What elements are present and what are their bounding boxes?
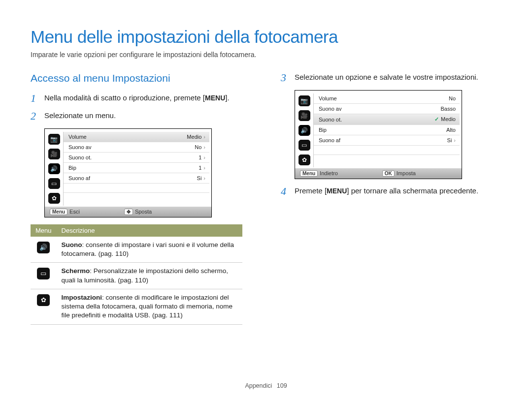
ui2-row: Volume No — [314, 93, 460, 104]
section-title: Accesso al menu Impostazioni — [31, 72, 251, 84]
step-number: 4 — [281, 186, 290, 197]
ui2-footer-left-btn: Menu — [300, 170, 318, 177]
ui2-sidebar: 📷 🎥 🔊 ▭ ✿ — [295, 93, 314, 167]
def-row-title: Impostazioni — [62, 294, 102, 301]
step-3: 3 Selezionate un opzione e salvate le vo… — [281, 72, 501, 83]
menu-label: MENU — [327, 187, 347, 194]
step-2-text: Selezionate un menu. — [44, 111, 116, 121]
step-4-text-b: per tornare alla schermata precedente. — [351, 186, 478, 195]
ui1-footer-left: Esci — [69, 209, 80, 215]
ui2-footer-left: Indietro — [320, 170, 338, 176]
ui1-list: Volume Medio› Suono av No› Suono ot. 1› … — [64, 132, 211, 206]
ui2-row-value: Medio — [441, 116, 456, 122]
gear-icon: ✿ — [37, 294, 50, 306]
ui1-empty-row — [64, 184, 209, 193]
video-icon: 🎥 — [299, 110, 310, 121]
ui-screenshot-1: 📷 🎥 🔊 ▭ ✿ Volume Medio› Suono av No› — [44, 128, 212, 217]
ui1-footer-right: Sposta — [135, 209, 152, 215]
ui-screenshot-2: 📷 🎥 🔊 ▭ ✿ Volume No Suono av Basso — [295, 90, 462, 179]
step-4: 4 Premete [MENU] per tornare alla scherm… — [281, 186, 501, 197]
ui2-row: Bip Alto — [314, 125, 460, 135]
step-1-text-b: . — [227, 93, 229, 102]
ui1-row-value: Medio — [187, 134, 201, 140]
table-row: ▭ Schermo: Personalizzate le impostazion… — [31, 263, 242, 289]
ui1-row: Volume Medio› — [64, 132, 209, 142]
ui2-footer-right-btn: OK — [382, 170, 395, 177]
screen-icon: ▭ — [299, 140, 310, 151]
table-head-menu: Menu — [31, 224, 57, 237]
page-footer: Appendici 109 — [0, 382, 532, 389]
camera-icon: 📷 — [299, 95, 310, 106]
footer-page-number: 109 — [277, 382, 287, 389]
ui1-row-label: Volume — [68, 134, 87, 140]
page-title: Menu delle impostazioni della fotocamera — [31, 27, 501, 47]
ui1-row-label: Suono av — [68, 144, 91, 150]
intro-text: Imparate le varie opzioni per configurar… — [31, 51, 501, 59]
gear-icon: ✿ — [299, 154, 310, 165]
description-table: Menu Descrizione 🔊 Suono: consente di im… — [31, 224, 242, 325]
def-row-title: Suono — [62, 241, 82, 248]
ui2-footer-right: Imposta — [397, 170, 416, 176]
ui1-row-value: 1 — [199, 154, 201, 160]
ui1-row-label: Suono ot. — [68, 154, 92, 160]
ui1-footer: MenuEsci ✥Sposta — [45, 207, 211, 217]
ui1-sidebar: 📷 🎥 🔊 ▭ ✿ — [45, 132, 64, 206]
def-row-desc: : consente di impostare i vari suoni e i… — [62, 241, 234, 257]
table-row: 🔊 Suono: consente di impostare i vari su… — [31, 237, 242, 263]
chevron-right-icon: › — [454, 137, 456, 143]
check-icon: ✓ — [434, 116, 439, 122]
ui2-row-value: Basso — [440, 106, 456, 112]
ui1-row: Suono af Si› — [64, 173, 209, 184]
step-number: 3 — [281, 72, 290, 83]
ui2-empty-row — [314, 155, 460, 164]
ui1-row: Suono av No› — [64, 142, 209, 153]
ui2-row: Suono av Basso — [314, 104, 460, 114]
chevron-right-icon: › — [203, 144, 205, 150]
ui2-row-value: Si — [447, 137, 452, 143]
step-2: 2 Selezionate un menu. — [31, 111, 251, 122]
menu-label: MENU — [205, 94, 225, 101]
ui1-row: Suono ot. 1› — [64, 153, 209, 163]
chevron-right-icon: › — [203, 154, 205, 160]
step-number: 1 — [31, 93, 39, 104]
screen-icon: ▭ — [48, 178, 60, 189]
screen-icon: ▭ — [37, 268, 50, 279]
ui2-row-label: Suono av — [319, 106, 341, 112]
ui2-footer: MenuIndietro OKImposta — [295, 168, 462, 179]
ui2-row-value: Alto — [446, 127, 456, 133]
sound-icon: 🔊 — [48, 163, 60, 174]
ui1-row-value: No — [195, 144, 201, 150]
ui1-row-label: Suono af — [68, 175, 90, 181]
ui2-list: Volume No Suono av Basso Suono ot. ✓Medi… — [314, 93, 462, 167]
ui2-row-value: No — [449, 95, 456, 101]
left-column: Accesso al menu Impostazioni 1 Nella mod… — [31, 72, 251, 325]
step-4-text-a: Premete — [295, 186, 323, 195]
ui1-row-value: 1 — [199, 165, 201, 171]
table-row: ✿ Impostazioni: consente di modificare l… — [31, 289, 242, 324]
ui2-row-label: Suono af — [319, 137, 340, 143]
step-number: 2 — [31, 111, 39, 122]
chevron-right-icon: › — [203, 175, 205, 181]
step-3-text: Selezionate un opzione e salvate le vost… — [295, 72, 478, 82]
def-row-title: Schermo — [62, 267, 90, 275]
table-head-desc: Descrizione — [57, 224, 242, 237]
step-1: 1 Nella modalità di scatto o riproduzion… — [31, 93, 251, 104]
ui2-row: Suono af Si› — [314, 135, 460, 146]
camera-icon: 📷 — [48, 134, 60, 145]
ui2-row-selected: Suono ot. ✓Medio — [314, 114, 460, 125]
ui2-row-label: Volume — [319, 95, 337, 101]
chevron-right-icon: › — [203, 165, 205, 171]
ui1-row-label: Bip — [68, 165, 76, 171]
ui1-footer-left-btn: Menu — [50, 209, 67, 215]
ui2-row-label: Suono ot. — [319, 117, 342, 123]
step-1-text-a: Nella modalità di scatto o riproduzione,… — [44, 93, 201, 102]
sound-icon: 🔊 — [37, 242, 50, 253]
ui2-empty-row — [314, 146, 460, 155]
right-column: 3 Selezionate un opzione e salvate le vo… — [281, 72, 501, 325]
ui1-footer-right-btn: ✥ — [124, 209, 133, 215]
video-icon: 🎥 — [48, 149, 60, 159]
gear-icon: ✿ — [48, 193, 60, 204]
sound-icon: 🔊 — [299, 125, 310, 136]
ui1-row: Bip 1› — [64, 163, 209, 173]
ui1-row-value: Si — [197, 175, 202, 181]
